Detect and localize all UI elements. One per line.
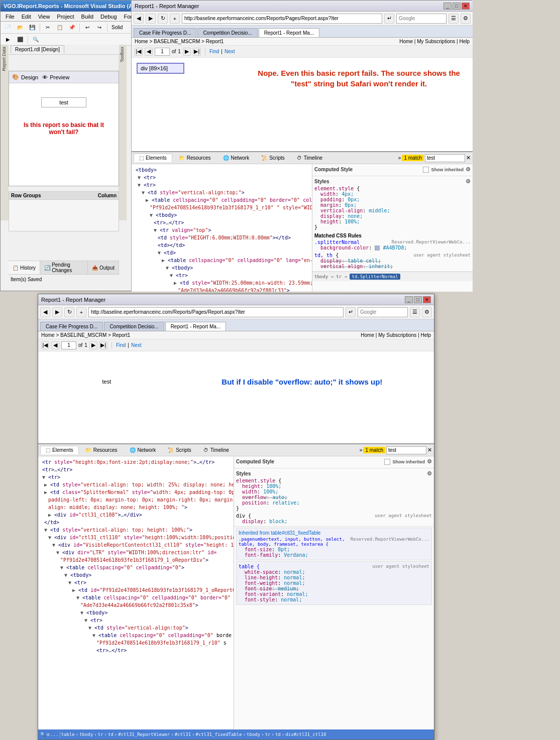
xml2-line-24[interactable]: ▼ <table cellspacing="0" cellpadding="0"… [40, 632, 232, 639]
tb-undo[interactable]: ↩ [82, 23, 93, 33]
dt1-elements-tab[interactable]: ⬚ Elements [134, 154, 172, 162]
xml-line-7[interactable]: ▼ <tbody> [134, 211, 310, 219]
menu-edit[interactable]: Edit [19, 13, 34, 21]
b2-find-link[interactable]: Find [116, 342, 126, 348]
xml-line-14[interactable]: ▼ <tbody> [134, 264, 310, 272]
first-page-btn[interactable]: |◀ [135, 48, 143, 56]
tb-run[interactable]: ▶ [3, 35, 14, 45]
b1-minimize[interactable]: _ [443, 3, 452, 10]
forward-btn[interactable]: ▶ [146, 14, 156, 24]
b1-close[interactable]: ✕ [462, 3, 470, 10]
inherited-title-1[interactable]: Inherited from table#ctl31_fixedTable [239, 530, 429, 536]
sb-ctl31b[interactable]: #ctl31 [175, 732, 191, 737]
dt2-elements-tab[interactable]: ⬚ Elements [40, 446, 79, 454]
sb-console-icon[interactable]: ⊡ [47, 732, 49, 737]
dt2-timeline-tab[interactable]: ⏱ Timeline [198, 446, 235, 454]
sb-table[interactable]: table [61, 732, 75, 737]
dt2-scripts-tab[interactable]: 📜 Scripts [162, 446, 197, 454]
show-inherited-checkbox-2[interactable] [384, 459, 390, 465]
sb-tbody[interactable]: tbody [79, 732, 93, 737]
b2-menu-btn[interactable]: ☰ [410, 307, 420, 317]
search-bar-1[interactable] [396, 14, 446, 24]
xml2-line-16[interactable]: ▼ <tbody> [40, 571, 232, 579]
b2-settings-btn[interactable]: ⚙ [422, 307, 432, 317]
sb-ctl31[interactable]: #ctl31_ReportViewer [118, 732, 170, 737]
gear-icon-4[interactable]: ⚙ [427, 470, 432, 477]
next-page-btn[interactable]: ▶ [183, 48, 191, 56]
sb-tr2[interactable]: tr [265, 732, 271, 737]
b2-prev-page[interactable]: ◀ [51, 341, 59, 349]
b2-maximize[interactable]: □ [414, 296, 422, 303]
xml-line-4[interactable]: ▼ <td style="vertical-align:top;"> [134, 189, 310, 196]
tb-new[interactable]: 📄 [3, 23, 14, 33]
b2-first-page[interactable]: |◀ [41, 341, 49, 349]
search-bar-2[interactable] [358, 307, 408, 317]
tb-redo[interactable]: ↪ [94, 23, 105, 33]
menu-build[interactable]: Build [78, 13, 96, 21]
dt2-more[interactable]: » [360, 447, 363, 453]
xml2-line-22[interactable]: ▼ <tr> [40, 616, 232, 624]
preview-tab[interactable]: 👁 Preview [42, 74, 69, 80]
browser2-tab-3[interactable]: Report1 - Report Ma... [165, 322, 226, 331]
menu-btn-1[interactable]: ☰ [449, 14, 459, 24]
gear-icon-2[interactable]: ⚙ [466, 178, 471, 185]
b2-last-page[interactable]: ▶| [99, 341, 107, 349]
reload-btn[interactable]: ↻ [158, 14, 168, 24]
dt1-resources-tab[interactable]: 📁 Resources [173, 154, 216, 162]
xml-line-9[interactable]: ▼ <tr valign="top"> [134, 226, 310, 234]
back-btn[interactable]: ◀ [134, 14, 144, 24]
gear-icon-3[interactable]: ⚙ [427, 458, 432, 465]
xml-line-12[interactable]: ▼ <td> [134, 249, 310, 257]
prev-page-btn[interactable]: ◀ [145, 48, 153, 56]
xml2-line-23[interactable]: ▼ <td style="vertical-align:top"> [40, 624, 232, 632]
xml2-line-19[interactable]: ▼ <table cellspacing="0" cellpadding="0"… [40, 594, 232, 601]
xml2-line-8[interactable]: ▶ <div id="ctl31_ct108">…</div> [40, 511, 232, 519]
go-btn[interactable]: ↵ [384, 14, 394, 24]
xml2-line-21[interactable]: ▼ <tbody> [40, 609, 232, 616]
dt2-search-clear[interactable]: ✕ [427, 447, 432, 453]
last-page-btn[interactable]: ▶| [193, 48, 201, 56]
history-tab[interactable]: 📋 History [9, 261, 40, 274]
page-number-input[interactable]: 1 [155, 48, 170, 56]
xml-line-15[interactable]: ▼ <tr> [134, 272, 310, 279]
dt2-search-input[interactable] [386, 446, 426, 454]
dt1-network-tab[interactable]: 🌐 Network [217, 154, 255, 162]
b2-back-btn[interactable]: ◀ [40, 307, 50, 317]
browser2-tab-1[interactable]: Case File Progress D... [40, 322, 103, 331]
tb-stop[interactable]: ⬛ [15, 35, 26, 45]
menu-project[interactable]: Project [54, 13, 77, 21]
xml2-line-12[interactable]: ▼ <div id="VisibleReportContentctl31_ctl… [40, 541, 232, 549]
output-tab[interactable]: 📤 Output [88, 261, 119, 274]
url-bar-1[interactable]: http://baseline.eperformanceinc.com/Repo… [182, 14, 382, 24]
b2-next-link[interactable]: Next [131, 342, 142, 348]
dt1-bc-tr[interactable]: tr [336, 274, 342, 279]
b2-next-page[interactable]: ▶ [89, 341, 97, 349]
tb-open[interactable]: 📂 [15, 23, 26, 33]
dt2-resources-tab[interactable]: 📁 Resources [80, 446, 123, 454]
next-link[interactable]: Next [225, 49, 235, 54]
b2-new-tab-btn[interactable]: + [76, 307, 86, 317]
dt1-bc-tbody[interactable]: tbody [314, 274, 328, 279]
sb-search-icon[interactable]: 🔍 [40, 732, 46, 737]
settings-btn-1[interactable]: ⚙ [461, 14, 471, 24]
show-inherited-checkbox-1[interactable] [423, 167, 429, 173]
dt1-more[interactable]: » [398, 155, 401, 161]
xml2-line-11[interactable]: ▼ <div id="ctl31_ctl110" style="height:1… [40, 534, 232, 541]
b2-go-btn[interactable]: ↵ [346, 307, 356, 317]
b2-forward-btn[interactable]: ▶ [52, 307, 62, 317]
xml2-line-13[interactable]: ▼ <div dir="LTR" style="WIDTH:100%;direc… [40, 549, 232, 556]
sb-fixed[interactable]: #ctl31_fixedTable [196, 732, 242, 737]
dt1-bc-td[interactable]: td.SplitterNormal [350, 274, 400, 280]
b2-minimize[interactable]: _ [405, 296, 413, 303]
pending-changes-tab[interactable]: 🔄 Pending Changes [40, 261, 88, 274]
b2-close[interactable]: ✕ [423, 296, 431, 303]
sb-tr[interactable]: tr [98, 732, 103, 737]
sb-td2[interactable]: td [275, 732, 281, 737]
tb-zoom[interactable]: 🔍 [30, 35, 41, 45]
gear-icon-1[interactable]: ⚙ [466, 166, 471, 173]
dt1-scripts-tab[interactable]: 📜 Scripts [256, 154, 290, 162]
b1-maximize[interactable]: □ [453, 3, 461, 10]
xml2-line-17[interactable]: ▼ <tr> [40, 579, 232, 586]
find-link[interactable]: Find [209, 49, 219, 54]
b2-page-input[interactable]: 1 [61, 341, 76, 349]
